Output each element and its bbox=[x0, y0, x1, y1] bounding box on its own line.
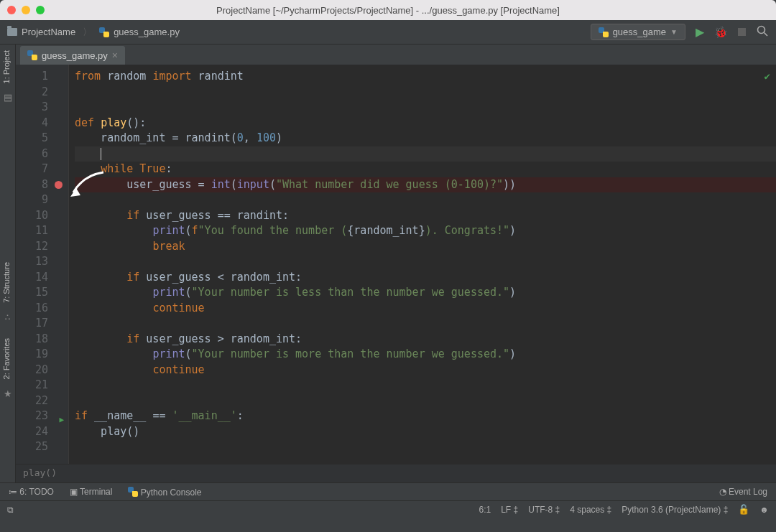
gutter-line[interactable]: 19 bbox=[16, 347, 68, 363]
code-line[interactable] bbox=[75, 254, 776, 270]
read-only-toggle-icon[interactable]: 🔓 bbox=[738, 504, 749, 515]
gutter-line[interactable]: 2 bbox=[16, 85, 68, 101]
structure-tool-icon[interactable]: ⛬ bbox=[0, 309, 15, 325]
indent-settings[interactable]: 4 spaces ‡ bbox=[570, 505, 611, 515]
navigation-bar: ProjectName 〉 guess_game.py guess_game ▼… bbox=[0, 20, 776, 45]
editor-breadcrumb-item[interactable]: play() bbox=[23, 467, 57, 478]
debug-button[interactable]: 🐞 bbox=[714, 26, 728, 39]
gutter-line[interactable]: 7 bbox=[16, 162, 68, 177]
code-line[interactable] bbox=[75, 439, 776, 455]
stop-button[interactable] bbox=[738, 28, 746, 36]
code-line[interactable] bbox=[75, 316, 776, 332]
code-line[interactable] bbox=[75, 378, 776, 393]
code-line[interactable] bbox=[75, 100, 776, 116]
file-encoding[interactable]: UTF-8 ‡ bbox=[528, 505, 560, 515]
gutter-line[interactable]: 17 bbox=[16, 316, 68, 332]
gutter-line[interactable]: 3 bbox=[16, 100, 68, 116]
code-line[interactable]: if user_guess > random_int: bbox=[75, 332, 776, 347]
gutter-line[interactable]: 14 bbox=[16, 270, 68, 286]
gutter-line[interactable]: 10 bbox=[16, 208, 68, 224]
editor-tab[interactable]: guess_game.py × bbox=[20, 46, 125, 65]
close-tab-icon[interactable]: × bbox=[112, 50, 118, 61]
hector-icon[interactable]: ☻ bbox=[759, 505, 769, 515]
cursor-position[interactable]: 6:1 bbox=[479, 505, 491, 515]
svg-point-0 bbox=[758, 26, 765, 33]
favorites-tool-tab[interactable]: 2: Favorites bbox=[0, 332, 13, 385]
structure-tool-tab[interactable]: 7: Structure bbox=[0, 256, 13, 309]
python-console-tool-tab[interactable]: Python Console bbox=[128, 487, 201, 498]
run-config-label: guess_game bbox=[613, 27, 666, 37]
gutter-line[interactable]: 5 bbox=[16, 131, 68, 146]
favorites-tool-icon[interactable]: ★ bbox=[0, 386, 15, 402]
code-line[interactable]: if __name__ == '__main__': bbox=[75, 409, 776, 424]
window-title: ProjectName [~/PycharmProjects/ProjectNa… bbox=[0, 5, 776, 16]
gutter-line[interactable]: 24 bbox=[16, 424, 68, 440]
code-line[interactable]: while True: bbox=[75, 162, 776, 177]
gutter[interactable]: 1234567891011121314151617181920212223▶24… bbox=[16, 65, 69, 464]
code-line[interactable]: if user_guess == randint: bbox=[75, 208, 776, 224]
gutter-line[interactable]: 16 bbox=[16, 301, 68, 317]
code-line[interactable]: if user_guess < random_int: bbox=[75, 270, 776, 286]
gutter-line[interactable]: 20 bbox=[16, 363, 68, 378]
gutter-line[interactable]: 13 bbox=[16, 254, 68, 270]
code-line[interactable]: print(f"You found the number ({random_in… bbox=[75, 223, 776, 239]
python-file-icon bbox=[27, 50, 37, 60]
gutter-line[interactable]: 12 bbox=[16, 239, 68, 255]
gutter-line[interactable]: 8 bbox=[16, 177, 68, 193]
event-log-tool-tab[interactable]: ◔ Event Log bbox=[719, 487, 767, 497]
code-line[interactable]: break bbox=[75, 239, 776, 255]
breadcrumb-project: ProjectName bbox=[22, 27, 75, 37]
toolbar-actions: ▶ 🐞 bbox=[696, 24, 769, 40]
breadcrumb-file: guess_game.py bbox=[114, 27, 180, 37]
gutter-line[interactable]: 25 bbox=[16, 439, 68, 455]
code-line[interactable]: from random import randint bbox=[75, 69, 776, 85]
run-configuration-selector[interactable]: guess_game ▼ bbox=[591, 24, 685, 40]
svg-line-1 bbox=[765, 32, 768, 36]
mac-titlebar: ProjectName [~/PycharmProjects/ProjectNa… bbox=[0, 0, 776, 20]
python-file-icon bbox=[599, 27, 609, 37]
gutter-line[interactable]: 18 bbox=[16, 332, 68, 347]
project-tool-tab[interactable]: 1: Project bbox=[0, 45, 13, 89]
code-line[interactable] bbox=[75, 192, 776, 208]
python-interpreter[interactable]: Python 3.6 (ProjectName) ‡ bbox=[622, 505, 728, 515]
run-button[interactable]: ▶ bbox=[696, 25, 704, 39]
editor-area: guess_game.py × 123456789101112131415161… bbox=[16, 45, 776, 482]
code-line[interactable] bbox=[75, 85, 776, 101]
code-content[interactable]: ✔ from random import randintdef play(): … bbox=[69, 65, 776, 464]
code-line[interactable]: continue bbox=[75, 301, 776, 317]
code-line[interactable]: user_guess = int(input("What number did … bbox=[75, 177, 776, 193]
gutter-line[interactable]: 1 bbox=[16, 69, 68, 85]
breadcrumb[interactable]: ProjectName 〉 guess_game.py bbox=[7, 26, 180, 39]
breakpoint-icon[interactable] bbox=[55, 181, 63, 189]
code-line[interactable]: def play(): bbox=[75, 116, 776, 131]
code-line[interactable]: print("Your number is more than the numb… bbox=[75, 347, 776, 363]
gutter-line[interactable]: 15 bbox=[16, 285, 68, 301]
gutter-line[interactable]: 6 bbox=[16, 146, 68, 162]
tab-label: guess_game.py bbox=[42, 50, 108, 61]
gutter-line[interactable]: 23▶ bbox=[16, 409, 68, 424]
code-line[interactable]: play() bbox=[75, 424, 776, 440]
gutter-line[interactable]: 4 bbox=[16, 116, 68, 131]
gutter-line[interactable]: 22 bbox=[16, 393, 68, 409]
code-line[interactable]: random_int = randint(0, 100) bbox=[75, 131, 776, 146]
project-tool-icon[interactable]: ▤ bbox=[0, 89, 15, 106]
code-line[interactable]: print("Your number is less than the numb… bbox=[75, 285, 776, 301]
code-line[interactable] bbox=[75, 146, 776, 162]
python-file-icon bbox=[99, 27, 109, 37]
tool-windows-toggle-icon[interactable]: ⧉ bbox=[7, 505, 14, 515]
gutter-line[interactable]: 9 bbox=[16, 192, 68, 208]
code-line[interactable]: continue bbox=[75, 363, 776, 378]
gutter-line[interactable]: 21 bbox=[16, 378, 68, 393]
inspection-ok-icon[interactable]: ✔ bbox=[765, 69, 770, 85]
line-separator[interactable]: LF ‡ bbox=[501, 505, 518, 515]
editor-breadcrumb[interactable]: play() bbox=[16, 464, 776, 482]
gutter-line[interactable]: 11 bbox=[16, 223, 68, 239]
terminal-tool-tab[interactable]: ▣ Terminal bbox=[70, 487, 112, 497]
text-caret bbox=[101, 148, 101, 160]
code-line[interactable] bbox=[75, 393, 776, 409]
todo-tool-tab[interactable]: ≔ 6: TODO bbox=[9, 487, 54, 497]
left-tool-strip: 1: Project ▤ 7: Structure ⛬ 2: Favorites… bbox=[0, 45, 16, 482]
code-editor[interactable]: 1234567891011121314151617181920212223▶24… bbox=[16, 65, 776, 464]
status-bar: ⧉ 6:1 LF ‡ UTF-8 ‡ 4 spaces ‡ Python 3.6… bbox=[0, 500, 776, 518]
search-everywhere-button[interactable] bbox=[756, 24, 769, 40]
